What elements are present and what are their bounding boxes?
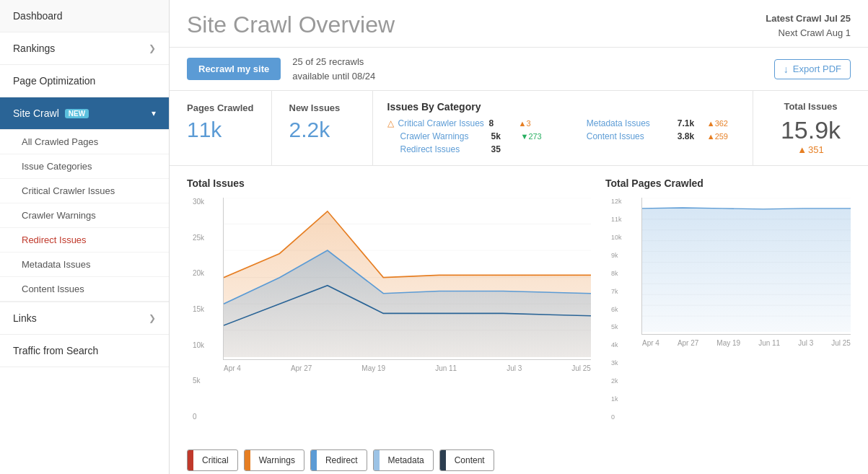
pages-crawled-card: Pages Crawled 11k [170, 91, 272, 165]
trend-up-icon: ▲362 [707, 119, 728, 128]
sidebar-item-redirect-issues[interactable]: Redirect Issues [0, 228, 169, 253]
category-name[interactable]: Redirect Issues [400, 144, 487, 154]
charts-area: Total Issues 0 5k 10k 15k 20k 25k 30k [170, 166, 868, 444]
legend-swatch-content [440, 450, 446, 470]
y-axis-labels: 0 5k 10k 15k 20k 25k 30k [193, 198, 204, 421]
new-issues-value: 2.2k [289, 118, 355, 142]
x-axis-labels-pages: Apr 4 Apr 27 May 19 Jun 11 Jul 3 Jul 25 [642, 339, 851, 347]
y-axis-labels-pages: 0 1k 2k 3k 4k 5k 6k 7k 8k 9k 10k 11k 12k [611, 198, 622, 421]
total-issues-change: 351 [808, 144, 824, 155]
total-issues-svg [224, 198, 591, 357]
next-crawl-label: Next Crawl Aug 1 [766, 26, 851, 40]
sidebar-item-metadata-issues[interactable]: Metadata Issues [0, 253, 169, 277]
category-grid: △ Critical Crawler Issues 8 ▲3 Metadata … [387, 118, 739, 154]
legend-swatch-redirect [311, 450, 317, 470]
legend-label-critical: Critical [193, 452, 237, 468]
category-count: 8 [489, 118, 514, 128]
total-pages-chart-wrap: Apr 4 Apr 27 May 19 Jun 11 Jul 3 Jul 25 [641, 198, 851, 335]
legend-critical[interactable]: Critical [187, 449, 238, 471]
legend-content[interactable]: Content [439, 449, 494, 471]
category-name[interactable]: Metadata Issues [587, 118, 673, 128]
sidebar-item-crawler-warnings[interactable]: Crawler Warnings [0, 203, 169, 228]
category-row-warnings: Crawler Warnings 5k ▼273 [387, 131, 552, 141]
total-issues-chart-wrap: Apr 4 Apr 27 May 19 Jun 11 Jul 3 Jul 25 [223, 198, 591, 360]
sidebar-item-label: Traffic from Search [13, 345, 98, 356]
trend-up-icon: ▲3 [519, 119, 531, 128]
sidebar-item-rankings[interactable]: Rankings ❯ [0, 32, 169, 65]
category-count: 5k [491, 131, 517, 141]
total-pages-chart-title: Total Pages Crawled [605, 177, 851, 189]
total-issues-card: Total Issues 15.9k ▲ 351 [753, 91, 868, 165]
pages-crawled-value: 11k [187, 118, 254, 142]
total-pages-chart: Total Pages Crawled 0 1k 2k 3k 4k 5k 6k … [605, 177, 851, 438]
category-count: 35 [491, 144, 517, 154]
export-button-label: Export PDF [793, 63, 841, 74]
sidebar-item-page-optimization[interactable]: Page Optimization [0, 65, 169, 97]
crawl-info: Latest Crawl Jul 25 Next Crawl Aug 1 [766, 12, 851, 40]
new-issues-card: New Issues 2.2k [272, 91, 373, 165]
chevron-right-icon: ❯ [149, 313, 156, 323]
main-content: Site Crawl Overview Latest Crawl Jul 25 … [170, 0, 868, 474]
sidebar-item-content-issues[interactable]: Content Issues [0, 277, 169, 302]
legend-metadata[interactable]: Metadata [373, 449, 434, 471]
category-count: 7.1k [678, 118, 703, 128]
total-issues-trend: ▲ 351 [775, 144, 846, 155]
category-name[interactable]: Critical Crawler Issues [398, 118, 485, 128]
category-row-metadata: Metadata Issues 7.1k ▲362 [574, 118, 738, 128]
sidebar-item-site-crawl[interactable]: Site Crawl NEW ▾ [0, 97, 169, 130]
recrawl-info: 25 of 25 recrawls available until 08/24 [292, 55, 375, 83]
legend-redirect[interactable]: Redirect [310, 449, 367, 471]
total-pages-svg [642, 198, 851, 332]
sidebar-item-links[interactable]: Links ❯ [0, 302, 169, 335]
legend-warnings[interactable]: Warnings [244, 449, 304, 471]
legend-swatch-critical [188, 450, 193, 470]
category-row-content: Content Issues 3.8k ▲259 [574, 131, 738, 141]
sidebar-item-issue-categories[interactable]: Issue Categories [0, 154, 169, 179]
stats-row: Pages Crawled 11k New Issues 2.2k Issues… [170, 91, 868, 166]
page-title: Site Crawl Overview [187, 12, 395, 38]
trend-up-icon: ▲ [797, 144, 807, 155]
total-issues-label: Total Issues [775, 101, 846, 112]
legend-label-content: Content [446, 452, 494, 468]
category-name[interactable]: Content Issues [587, 131, 673, 141]
issues-by-category-label: Issues By Category [387, 101, 739, 113]
legend-label-warnings: Warnings [250, 452, 304, 468]
sidebar-item-label: Site Crawl [13, 107, 59, 119]
sidebar-submenu: All Crawled Pages Issue Categories Criti… [0, 130, 169, 302]
chevron-down-icon: ▾ [152, 108, 156, 118]
total-issues-chart: Total Issues 0 5k 10k 15k 20k 25k 30k [187, 177, 591, 438]
chevron-right-icon: ❯ [149, 43, 156, 53]
sidebar-item-critical-crawler-issues[interactable]: Critical Crawler Issues [0, 179, 169, 203]
chart-legend: Critical Warnings Redirect Metadata Cont… [170, 444, 868, 474]
legend-label-metadata: Metadata [380, 452, 433, 468]
category-row-redirect: Redirect Issues 35 [387, 144, 552, 154]
toolbar-left: Recrawl my site 25 of 25 recrawls availa… [187, 55, 375, 83]
legend-swatch-metadata [374, 450, 380, 470]
sidebar-item-dashboard[interactable]: Dashboard [0, 0, 169, 32]
trend-up-icon: ▲259 [707, 132, 728, 141]
recrawl-button[interactable]: Recrawl my site [187, 58, 281, 80]
sidebar-item-label: Links [13, 312, 37, 324]
total-issues-chart-outer: 0 5k 10k 15k 20k 25k 30k [223, 198, 591, 421]
sidebar-item-label: Rankings [13, 43, 55, 54]
latest-crawl-label: Latest Crawl Jul 25 [766, 12, 851, 26]
export-pdf-button[interactable]: ↓ Export PDF [774, 59, 851, 79]
trend-down-icon: ▼273 [521, 132, 542, 141]
legend-swatch-warnings [245, 450, 250, 470]
pages-crawled-label: Pages Crawled [187, 102, 254, 113]
legend-label-redirect: Redirect [317, 452, 367, 468]
total-issues-value: 15.9k [775, 116, 846, 144]
toolbar: Recrawl my site 25 of 25 recrawls availa… [170, 48, 868, 91]
sidebar-item-label-wrap: Site Crawl NEW [13, 107, 89, 119]
issues-by-category-card: Issues By Category △ Critical Crawler Is… [373, 91, 753, 165]
sidebar-item-label: Page Optimization [13, 75, 95, 87]
category-name[interactable]: Crawler Warnings [400, 131, 487, 141]
sidebar-item-traffic-from-search[interactable]: Traffic from Search [0, 335, 169, 367]
new-issues-label: New Issues [289, 102, 355, 113]
svg-marker-20 [642, 208, 851, 332]
sidebar-item-all-crawled-pages[interactable]: All Crawled Pages [0, 130, 169, 154]
x-axis-labels: Apr 4 Apr 27 May 19 Jun 11 Jul 3 Jul 25 [224, 364, 591, 372]
sidebar-item-label: Dashboard [13, 10, 63, 22]
total-issues-chart-title: Total Issues [187, 177, 591, 189]
sidebar: Dashboard Rankings ❯ Page Optimization S… [0, 0, 170, 474]
